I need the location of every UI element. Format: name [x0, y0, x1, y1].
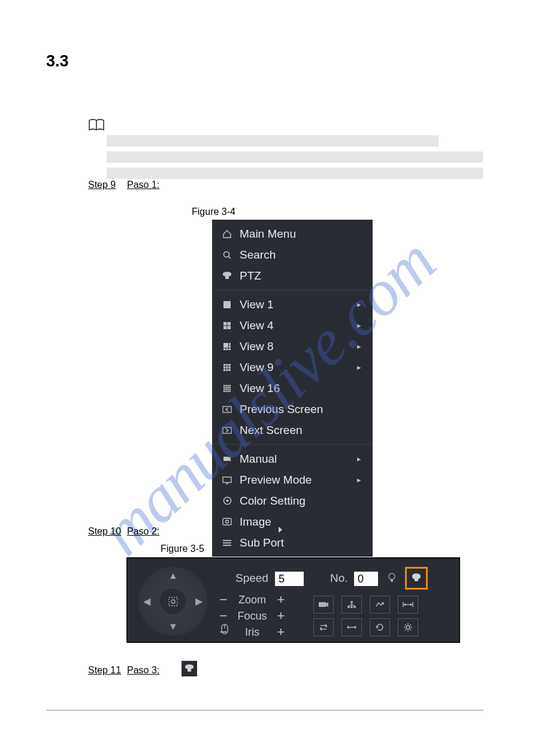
svg-rect-3: [225, 276, 229, 279]
focus-minus-button[interactable]: −: [216, 608, 231, 624]
menu-item-view-1[interactable]: View 1▸: [212, 294, 373, 315]
ptz-zoom-row: − Zoom +: [216, 592, 288, 608]
ptz-camera-icon[interactable]: [313, 596, 334, 614]
svg-rect-11: [229, 345, 231, 348]
menu-item-label: Image: [234, 515, 365, 529]
svg-point-46: [226, 500, 228, 502]
context-menu-group: Main MenuSearchPTZ: [212, 220, 373, 290]
svg-line-71: [405, 624, 406, 626]
svg-rect-43: [223, 477, 231, 482]
redacted-text-line: [107, 168, 483, 179]
ptz-icon: [220, 272, 234, 280]
mouse-icon[interactable]: [220, 623, 229, 637]
ptz-right-icon[interactable]: ▶: [195, 596, 202, 607]
menu-item-image[interactable]: Image: [212, 511, 373, 532]
menu-item-view-9[interactable]: View 9▸: [212, 357, 373, 378]
menu-item-label: Main Menu: [234, 227, 365, 241]
menu-item-main-menu[interactable]: Main Menu: [212, 223, 373, 244]
submenu-arrow-icon: ▸: [357, 475, 365, 484]
menu-item-view-4[interactable]: View 4▸: [212, 315, 373, 336]
menu-item-ptz[interactable]: PTZ: [212, 265, 373, 286]
figure-label: Figure 3-5: [161, 544, 204, 554]
svg-point-60: [350, 601, 353, 603]
menu-item-preview-mode[interactable]: Preview Mode▸: [212, 469, 373, 490]
menu-item-view-16[interactable]: View 16: [212, 378, 373, 399]
submenu-arrow-icon: ▸: [357, 321, 365, 330]
svg-rect-15: [223, 364, 225, 366]
ptz-speed-input[interactable]: 5: [275, 572, 304, 586]
menu-item-label: View 9: [234, 361, 357, 374]
ptz-flip-icon[interactable]: [341, 618, 362, 636]
svg-rect-19: [226, 366, 228, 368]
ptz-center-icon[interactable]: [160, 588, 186, 614]
expand-right-icon[interactable]: [273, 522, 288, 538]
ptz-loop-icon[interactable]: [313, 618, 334, 636]
preview-icon: [220, 476, 234, 484]
svg-point-48: [226, 520, 229, 523]
svg-rect-27: [229, 385, 231, 386]
zoom-minus-button[interactable]: −: [216, 592, 231, 608]
svg-rect-26: [227, 385, 228, 386]
svg-line-73: [405, 630, 406, 631]
menu-item-search[interactable]: Search: [212, 244, 373, 265]
svg-rect-34: [227, 388, 228, 390]
step-label: Paso 1:: [127, 180, 159, 190]
iris-plus-button[interactable]: +: [274, 624, 288, 640]
svg-rect-38: [227, 390, 228, 391]
context-menu-group: View 1▸View 4▸View 8▸View 9▸View 16Previ…: [212, 290, 373, 445]
menu-item-sub-port[interactable]: Sub Port: [212, 532, 373, 553]
svg-rect-40: [223, 406, 231, 412]
ptz-limit-icon[interactable]: [398, 596, 418, 614]
svg-rect-17: [229, 364, 231, 366]
menu-item-color-setting[interactable]: Color Setting: [212, 490, 373, 511]
page: 3.3 Step 9 Paso 1: Figure 3-4 Main MenuS…: [0, 0, 535, 756]
ptz-direction-wheel[interactable]: ▲ ▼ ◀ ▶: [138, 567, 207, 636]
ptz-down-icon[interactable]: ▼: [168, 621, 178, 632]
submenu-arrow-icon: ▸: [357, 300, 365, 309]
svg-rect-14: [229, 348, 231, 350]
svg-rect-16: [226, 364, 228, 366]
svg-rect-30: [227, 387, 228, 388]
ptz-left-icon[interactable]: ◀: [143, 596, 150, 607]
svg-rect-47: [223, 518, 231, 525]
focus-plus-button[interactable]: +: [274, 608, 288, 624]
lightbulb-icon[interactable]: [388, 573, 396, 585]
svg-rect-33: [225, 388, 226, 390]
ptz-reset-icon[interactable]: [370, 618, 390, 636]
svg-rect-37: [225, 390, 226, 391]
ptz-no-label: No.: [330, 572, 348, 585]
svg-rect-55: [391, 579, 393, 582]
ptz-tree-icon[interactable]: [341, 596, 362, 614]
ptz-gear-icon[interactable]: [398, 618, 418, 636]
svg-rect-59: [319, 602, 326, 607]
menu-item-manual[interactable]: Manual▸: [212, 448, 373, 469]
ptz-small-icon[interactable]: [182, 661, 197, 676]
svg-point-53: [171, 600, 175, 603]
menu-item-view-8[interactable]: View 8▸: [212, 336, 373, 357]
menu-item-label: Preview Mode: [234, 473, 357, 487]
svg-rect-7: [223, 326, 227, 329]
search-icon: [220, 250, 234, 260]
zoom-plus-button[interactable]: +: [274, 592, 288, 608]
color-icon: [220, 496, 234, 505]
menu-item-previous-screen[interactable]: Previous Screen: [212, 399, 373, 420]
menu-item-next-screen[interactable]: Next Screen: [212, 420, 373, 441]
menu-item-label: View 16: [234, 382, 365, 395]
menu-item-label: View 1: [234, 298, 357, 311]
svg-line-72: [410, 630, 412, 631]
ptz-up-icon[interactable]: ▲: [168, 570, 178, 581]
svg-rect-32: [223, 388, 225, 390]
svg-rect-31: [229, 387, 231, 388]
svg-point-62: [350, 606, 353, 608]
ptz-goto-icon[interactable]: [370, 596, 390, 614]
ptz-menu-icon[interactable]: [405, 567, 428, 590]
svg-point-1: [224, 251, 229, 257]
menu-item-label: Next Screen: [234, 424, 365, 437]
ptz-no-input[interactable]: 0: [354, 572, 378, 586]
step-label: Step 11: [88, 665, 121, 676]
svg-rect-36: [223, 390, 225, 391]
image-icon: [220, 518, 234, 526]
menu-item-label: View 4: [234, 319, 357, 332]
svg-line-2: [229, 256, 231, 259]
svg-rect-35: [229, 388, 231, 390]
